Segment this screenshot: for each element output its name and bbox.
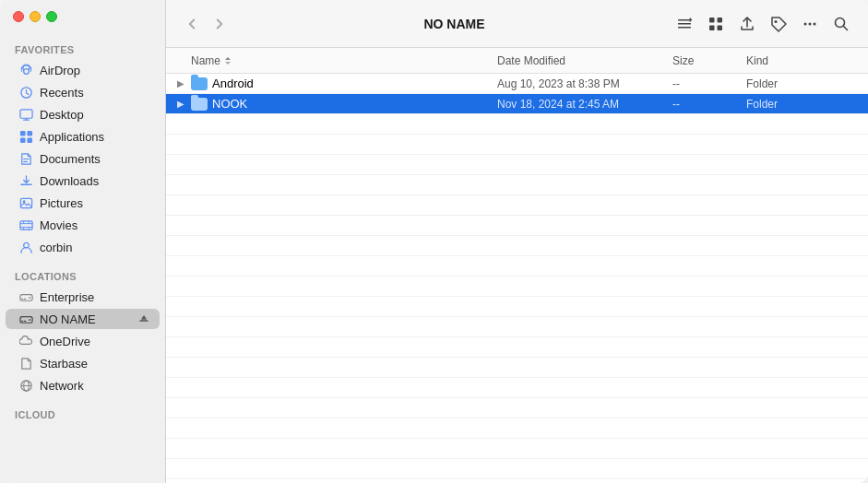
svg-rect-32 (678, 27, 691, 29)
table-row-empty (166, 337, 868, 358)
sidebar-item-pictures-label: Pictures (40, 196, 83, 210)
traffic-lights (13, 11, 57, 22)
svg-point-38 (804, 22, 807, 25)
file-size: -- (672, 77, 746, 90)
table-row[interactable]: ▶ Android Aug 10, 2023 at 8:38 PM -- Fol… (166, 74, 868, 94)
svg-rect-3 (19, 130, 25, 135)
grid-view-button[interactable] (702, 10, 730, 38)
folder-icon (191, 96, 208, 112)
sidebar-item-no-name-label: NO NAME (40, 312, 96, 326)
forward-button[interactable] (207, 11, 232, 37)
sidebar-item-network[interactable]: Network (6, 375, 160, 395)
svg-point-26 (29, 319, 30, 321)
sidebar-item-pictures[interactable]: Pictures (6, 193, 160, 213)
sidebar-item-desktop-label: Desktop (40, 108, 84, 122)
svg-point-22 (29, 297, 30, 299)
svg-rect-6 (27, 137, 32, 143)
sidebar-item-starbase[interactable]: Starbase (6, 353, 160, 373)
search-button[interactable] (827, 10, 855, 38)
sidebar-item-desktop[interactable]: Desktop (6, 104, 160, 124)
sidebar-item-recents[interactable]: Recents (6, 82, 160, 102)
column-name[interactable]: Name (191, 54, 497, 67)
usb-drive-icon (18, 312, 33, 326)
movies-icon (18, 218, 33, 232)
sidebar-item-applications[interactable]: Applications (6, 126, 160, 147)
sidebar-item-no-name[interactable]: NO NAME (6, 309, 160, 329)
sidebar-item-movies-label: Movies (40, 218, 77, 232)
table-row-empty (166, 439, 868, 459)
table-row-empty (166, 114, 868, 135)
table-row-empty (166, 256, 868, 277)
locations-label: Locations (0, 264, 165, 286)
table-row-empty (166, 135, 868, 155)
maximize-button[interactable] (46, 11, 57, 22)
desktop-icon (18, 107, 33, 122)
column-size: Size (672, 54, 746, 67)
downloads-icon (18, 173, 33, 188)
file-size: -- (672, 98, 746, 111)
back-button[interactable] (179, 11, 205, 37)
user-icon (18, 240, 33, 254)
sidebar-item-recents-label: Recents (40, 86, 84, 100)
nav-buttons (179, 11, 232, 37)
column-kind: Kind (746, 54, 857, 67)
sidebar-item-onedrive-label: OneDrive (40, 335, 90, 348)
svg-rect-31 (678, 23, 691, 25)
svg-rect-2 (19, 109, 31, 117)
cloud-icon (18, 334, 33, 348)
sidebar-item-documents[interactable]: Documents (6, 148, 160, 169)
list-view-button[interactable] (671, 10, 698, 38)
window-title: NO NAME (244, 17, 665, 31)
sidebar-item-airdrop-label: AirDrop (40, 64, 80, 77)
sidebar-item-movies[interactable]: Movies (6, 215, 160, 235)
file-list-header: Name Date Modified Size Kind (166, 48, 868, 74)
sidebar-item-applications-label: Applications (40, 130, 104, 144)
close-button[interactable] (13, 11, 24, 22)
more-button[interactable] (796, 10, 824, 38)
table-row-empty (166, 378, 868, 398)
file-name: NOOK (212, 97, 497, 111)
sidebar-item-enterprise[interactable]: Enterprise (6, 287, 160, 307)
row-chevron: ▶ (177, 99, 188, 109)
table-row-empty (166, 459, 868, 479)
table-row-empty (166, 195, 868, 216)
folder-icon (191, 76, 208, 92)
share-button[interactable] (733, 10, 761, 38)
sidebar-item-downloads[interactable]: Downloads (6, 171, 160, 191)
applications-icon (18, 129, 33, 144)
favorites-label: Favorites (0, 37, 165, 59)
svg-point-0 (23, 68, 29, 74)
svg-rect-33 (709, 18, 715, 23)
table-row-empty (166, 358, 868, 378)
column-date: Date Modified (497, 54, 672, 67)
sidebar-item-corbin-label: corbin (40, 241, 72, 254)
sidebar-item-starbase-label: Starbase (40, 357, 88, 371)
sidebar-item-onedrive[interactable]: OneDrive (6, 331, 160, 351)
recents-icon (18, 85, 33, 100)
sidebar-item-corbin[interactable]: corbin (6, 237, 160, 257)
table-row-empty (166, 175, 868, 195)
svg-rect-5 (19, 137, 25, 143)
sidebar-item-downloads-label: Downloads (40, 174, 99, 188)
sidebar: Favorites AirDrop Recents (0, 0, 166, 483)
table-row-empty (166, 236, 868, 256)
eject-button[interactable] (137, 312, 150, 325)
sidebar-item-airdrop[interactable]: AirDrop (6, 60, 160, 80)
table-row-empty (166, 317, 868, 337)
sort-icon (224, 56, 232, 65)
table-row[interactable]: ▶ NOOK Nov 18, 2024 at 2:45 AM -- Folder (166, 94, 868, 114)
svg-rect-30 (678, 19, 691, 21)
file-date: Nov 18, 2024 at 2:45 AM (497, 98, 672, 111)
svg-point-39 (809, 22, 812, 25)
table-row-empty (166, 418, 868, 439)
tag-button[interactable] (765, 10, 792, 38)
table-row-empty (166, 277, 868, 297)
main-content: NO NAME (166, 0, 868, 483)
table-row-empty (166, 297, 868, 317)
row-chevron: ▶ (177, 78, 188, 88)
empty-rows (166, 114, 868, 483)
minimize-button[interactable] (30, 11, 41, 22)
svg-point-40 (814, 22, 816, 25)
sidebar-item-documents-label: Documents (40, 152, 101, 166)
file-kind: Folder (746, 98, 857, 111)
